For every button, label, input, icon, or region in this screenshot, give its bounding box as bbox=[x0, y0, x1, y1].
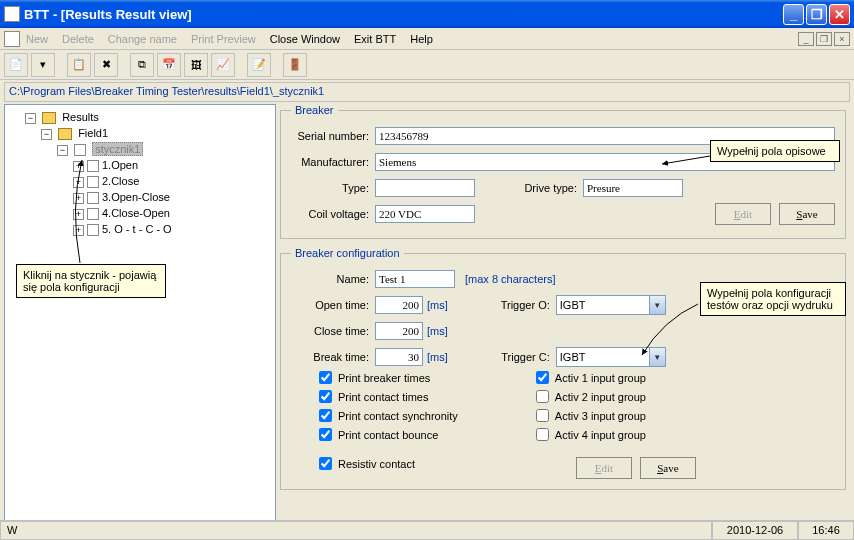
coil-voltage-label: Coil voltage: bbox=[291, 208, 369, 220]
chk-print-contact-bounce[interactable]: Print contact bounce bbox=[319, 428, 458, 441]
toolbar-button-7[interactable]: 🖽 bbox=[184, 53, 208, 77]
chk-activ-4[interactable]: Activ 4 input group bbox=[536, 428, 696, 441]
breaker-save-button[interactable]: Save bbox=[779, 203, 835, 225]
config-legend: Breaker configuration bbox=[291, 247, 404, 259]
ms-unit: [ms] bbox=[427, 351, 448, 363]
tree-item[interactable]: +1.Open bbox=[73, 157, 271, 173]
tree-label: 4.Close-Open bbox=[102, 207, 170, 219]
toolbar-button-9[interactable]: 📝 bbox=[247, 53, 271, 77]
menu-print-preview[interactable]: Print Preview bbox=[191, 33, 256, 45]
tree-item[interactable]: +2.Close bbox=[73, 173, 271, 189]
toolbar-button-8[interactable]: 📈 bbox=[211, 53, 235, 77]
type-input[interactable] bbox=[375, 179, 475, 197]
toolbar-button-1[interactable]: 📄 bbox=[4, 53, 28, 77]
collapse-icon[interactable]: − bbox=[41, 129, 52, 140]
minimize-button[interactable]: _ bbox=[783, 4, 804, 25]
test-icon bbox=[87, 160, 99, 172]
manufacturer-label: Manufacturer: bbox=[291, 156, 369, 168]
tree-item[interactable]: +4.Close-Open bbox=[73, 205, 271, 221]
name-input[interactable] bbox=[375, 270, 455, 288]
break-time-input[interactable] bbox=[375, 348, 423, 366]
breaker-edit-button[interactable]: Edit bbox=[715, 203, 771, 225]
test-icon bbox=[87, 224, 99, 236]
test-icon bbox=[87, 208, 99, 220]
folder-icon bbox=[58, 128, 72, 140]
type-label: Type: bbox=[291, 182, 369, 194]
drive-type-input[interactable] bbox=[583, 179, 683, 197]
close-time-label: Close time: bbox=[291, 325, 369, 337]
chk-activ-2[interactable]: Activ 2 input group bbox=[536, 390, 696, 403]
config-save-button[interactable]: Save bbox=[640, 457, 696, 479]
toolbar-button-6[interactable]: 📅 bbox=[157, 53, 181, 77]
mdi-close-button[interactable]: × bbox=[834, 32, 850, 46]
toolbar-button-4[interactable]: ✖ bbox=[94, 53, 118, 77]
dropdown-arrow-icon: ▼ bbox=[649, 296, 665, 314]
callout-tree: Kliknij na stycznik - pojawią się pola k… bbox=[16, 264, 166, 298]
chk-print-contact-synchronity[interactable]: Print contact synchronity bbox=[319, 409, 458, 422]
menu-change-name[interactable]: Change name bbox=[108, 33, 177, 45]
node-icon bbox=[74, 144, 86, 156]
expand-icon[interactable]: + bbox=[73, 209, 84, 220]
menu-close-window[interactable]: Close Window bbox=[270, 33, 340, 45]
menu-delete[interactable]: Delete bbox=[62, 33, 94, 45]
expand-icon[interactable]: + bbox=[73, 177, 84, 188]
coil-voltage-input[interactable] bbox=[375, 205, 475, 223]
ms-unit: [ms] bbox=[427, 325, 448, 337]
chk-activ-3[interactable]: Activ 3 input group bbox=[536, 409, 696, 422]
toolbar-button-10[interactable]: 🚪 bbox=[283, 53, 307, 77]
chk-resistiv-contact[interactable]: Resistiv contact bbox=[319, 457, 458, 470]
tree-label: 2.Close bbox=[102, 175, 139, 187]
mdi-minimize-button[interactable]: _ bbox=[798, 32, 814, 46]
trigger-c-combo[interactable]: IGBT ▼ bbox=[556, 347, 666, 367]
test-icon bbox=[87, 176, 99, 188]
menu-exit[interactable]: Exit BTT bbox=[354, 33, 396, 45]
breaker-legend: Breaker bbox=[291, 104, 338, 116]
callout-breaker: Wypełnij pola opisowe bbox=[710, 140, 840, 162]
menu-help[interactable]: Help bbox=[410, 33, 433, 45]
status-bar: W 2010-12-06 16:46 bbox=[0, 520, 854, 540]
callout-config: Wypełnij pola konfiguracji testów oraz o… bbox=[700, 282, 846, 316]
chk-print-contact-times[interactable]: Print contact times bbox=[319, 390, 458, 403]
trigger-c-value: IGBT bbox=[560, 351, 586, 363]
name-hint: [max 8 characters] bbox=[465, 273, 555, 285]
toolbar-button-3[interactable]: 📋 bbox=[67, 53, 91, 77]
open-time-input[interactable] bbox=[375, 296, 423, 314]
toolbar: 📄 ▾ 📋 ✖ ⧉ 📅 🖽 📈 📝 🚪 bbox=[0, 50, 854, 80]
tree-label-selected: stycznik1 bbox=[92, 142, 143, 156]
dropdown-arrow-icon: ▼ bbox=[649, 348, 665, 366]
mdi-restore-button[interactable]: ❐ bbox=[816, 32, 832, 46]
tree-stycznik[interactable]: − stycznik1 +1.Open +2.Close +3.Open-Clo… bbox=[57, 141, 271, 237]
toolbar-button-5[interactable]: ⧉ bbox=[130, 53, 154, 77]
maximize-button[interactable]: ❐ bbox=[806, 4, 827, 25]
window-title: BTT - [Results Result view] bbox=[24, 7, 781, 22]
chk-activ-1[interactable]: Activ 1 input group bbox=[536, 371, 696, 384]
trigger-c-label: Trigger C: bbox=[484, 351, 550, 363]
tree-item[interactable]: +5. O - t - C - O bbox=[73, 221, 271, 237]
menu-new[interactable]: New bbox=[26, 33, 48, 45]
close-button[interactable]: ✕ bbox=[829, 4, 850, 25]
tree-label: 5. O - t - C - O bbox=[102, 223, 172, 235]
tree-field[interactable]: − Field1 − stycznik1 +1.Open bbox=[41, 125, 271, 237]
close-time-input[interactable] bbox=[375, 322, 423, 340]
tree-panel[interactable]: − Results − Field1 − styc bbox=[4, 104, 276, 522]
serial-label: Serial number: bbox=[291, 130, 369, 142]
status-time: 16:46 bbox=[798, 521, 854, 540]
collapse-icon[interactable]: − bbox=[25, 113, 36, 124]
break-time-label: Break time: bbox=[291, 351, 369, 363]
expand-icon[interactable]: + bbox=[73, 225, 84, 236]
tree-label: 1.Open bbox=[102, 159, 138, 171]
trigger-o-combo[interactable]: IGBT ▼ bbox=[556, 295, 666, 315]
status-text: W bbox=[0, 521, 712, 540]
ms-unit: [ms] bbox=[427, 299, 448, 311]
tree-item[interactable]: +3.Open-Close bbox=[73, 189, 271, 205]
tree-root[interactable]: − Results − Field1 − styc bbox=[25, 109, 271, 237]
collapse-icon[interactable]: − bbox=[57, 145, 68, 156]
config-edit-button[interactable]: Edit bbox=[576, 457, 632, 479]
status-date: 2010-12-06 bbox=[712, 521, 798, 540]
toolbar-button-2[interactable]: ▾ bbox=[31, 53, 55, 77]
name-label: Name: bbox=[291, 273, 369, 285]
expand-icon[interactable]: + bbox=[73, 193, 84, 204]
expand-icon[interactable]: + bbox=[73, 161, 84, 172]
open-time-label: Open time: bbox=[291, 299, 369, 311]
chk-print-breaker-times[interactable]: Print breaker times bbox=[319, 371, 458, 384]
